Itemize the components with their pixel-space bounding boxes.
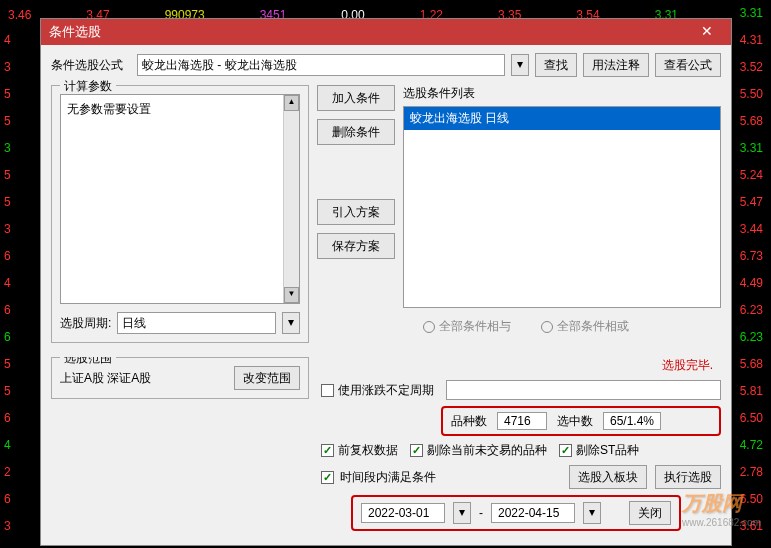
range-fieldset: 选股范围 上证A股 深证A股 改变范围 bbox=[51, 357, 309, 399]
bg-left-column: 4 3 5 5 3 5 5 3 6 4 6 6 5 5 6 4 2 6 3 bbox=[4, 27, 11, 540]
radio-icon bbox=[541, 321, 553, 333]
formula-label: 条件选股公式 bbox=[51, 57, 131, 74]
view-formula-button[interactable]: 查看公式 bbox=[655, 53, 721, 77]
execute-button[interactable]: 执行选股 bbox=[655, 465, 721, 489]
select-to-block-button[interactable]: 选股入板块 bbox=[569, 465, 647, 489]
remove-untrade-checkbox[interactable] bbox=[410, 444, 423, 457]
close-button[interactable]: ✕ bbox=[687, 21, 727, 43]
dialog-title: 条件选股 bbox=[49, 23, 687, 41]
uncertain-period-input[interactable] bbox=[446, 380, 721, 400]
stats-row: 品种数 4716 选中数 65/1.4% bbox=[441, 406, 721, 436]
radio-or[interactable]: 全部条件相或 bbox=[541, 318, 629, 335]
scroll-down-icon[interactable]: ▼ bbox=[284, 287, 299, 303]
remove-st-checkbox[interactable] bbox=[559, 444, 572, 457]
uncertain-period-checkbox[interactable] bbox=[321, 384, 334, 397]
variety-value: 4716 bbox=[497, 412, 547, 430]
formula-dropdown-icon[interactable]: ▾ bbox=[511, 54, 529, 76]
selected-value: 65/1.4% bbox=[603, 412, 661, 430]
list-item[interactable]: 蛟龙出海选股 日线 bbox=[404, 107, 720, 130]
remove-st-label: 剔除ST品种 bbox=[576, 442, 639, 459]
uncertain-period-label: 使用涨跌不定周期 bbox=[338, 382, 434, 399]
date-start-dropdown-icon[interactable]: ▾ bbox=[453, 502, 471, 524]
params-fieldset: 计算参数 无参数需要设置 ▲ ▼ 选股周期: 日线 ▾ bbox=[51, 85, 309, 343]
dialog-titlebar[interactable]: 条件选股 ✕ bbox=[41, 19, 731, 45]
formula-input[interactable]: 蛟龙出海选股 - 蛟龙出海选股 bbox=[137, 54, 505, 76]
scroll-up-icon[interactable]: ▲ bbox=[284, 95, 299, 111]
date-end-input[interactable]: 2022-04-15 bbox=[491, 503, 575, 523]
params-box: 无参数需要设置 ▲ ▼ bbox=[60, 94, 300, 304]
change-range-button[interactable]: 改变范围 bbox=[234, 366, 300, 390]
date-start-input[interactable]: 2022-03-01 bbox=[361, 503, 445, 523]
remove-untrade-label: 剔除当前未交易的品种 bbox=[427, 442, 547, 459]
add-condition-button[interactable]: 加入条件 bbox=[317, 85, 395, 111]
adj-checkbox[interactable] bbox=[321, 444, 334, 457]
condition-stock-dialog: 条件选股 ✕ 条件选股公式 蛟龙出海选股 - 蛟龙出海选股 ▾ 查找 用法注释 … bbox=[40, 18, 732, 546]
radio-icon bbox=[423, 321, 435, 333]
adj-label: 前复权数据 bbox=[338, 442, 398, 459]
date-end-dropdown-icon[interactable]: ▾ bbox=[583, 502, 601, 524]
params-title: 计算参数 bbox=[60, 78, 116, 95]
selected-label: 选中数 bbox=[557, 413, 593, 430]
condition-list-label: 选股条件列表 bbox=[403, 85, 721, 102]
save-plan-button[interactable]: 保存方案 bbox=[317, 233, 395, 259]
no-params-text: 无参数需要设置 bbox=[67, 102, 151, 116]
usage-button[interactable]: 用法注释 bbox=[583, 53, 649, 77]
range-text: 上证A股 深证A股 bbox=[60, 370, 226, 387]
search-button[interactable]: 查找 bbox=[535, 53, 577, 77]
import-plan-button[interactable]: 引入方案 bbox=[317, 199, 395, 225]
range-title: 选股范围 bbox=[60, 357, 116, 367]
period-dropdown-icon[interactable]: ▾ bbox=[282, 312, 300, 334]
time-satisfy-label: 时间段内满足条件 bbox=[340, 469, 436, 486]
variety-label: 品种数 bbox=[451, 413, 487, 430]
time-satisfy-checkbox[interactable] bbox=[321, 471, 334, 484]
condition-list[interactable]: 蛟龙出海选股 日线 bbox=[403, 106, 721, 308]
bg-right-column: 3.31 4.31 3.52 5.50 5.68 3.31 5.24 5.47 … bbox=[740, 0, 763, 540]
period-select[interactable]: 日线 bbox=[117, 312, 276, 334]
radio-and[interactable]: 全部条件相与 bbox=[423, 318, 511, 335]
params-scrollbar[interactable]: ▲ ▼ bbox=[283, 95, 299, 303]
period-label: 选股周期: bbox=[60, 315, 111, 332]
close-button-bottom[interactable]: 关闭 bbox=[629, 501, 671, 525]
status-text: 选股完毕. bbox=[321, 357, 721, 374]
remove-condition-button[interactable]: 删除条件 bbox=[317, 119, 395, 145]
date-range-row: 2022-03-01 ▾ - 2022-04-15 ▾ 关闭 bbox=[351, 495, 681, 531]
